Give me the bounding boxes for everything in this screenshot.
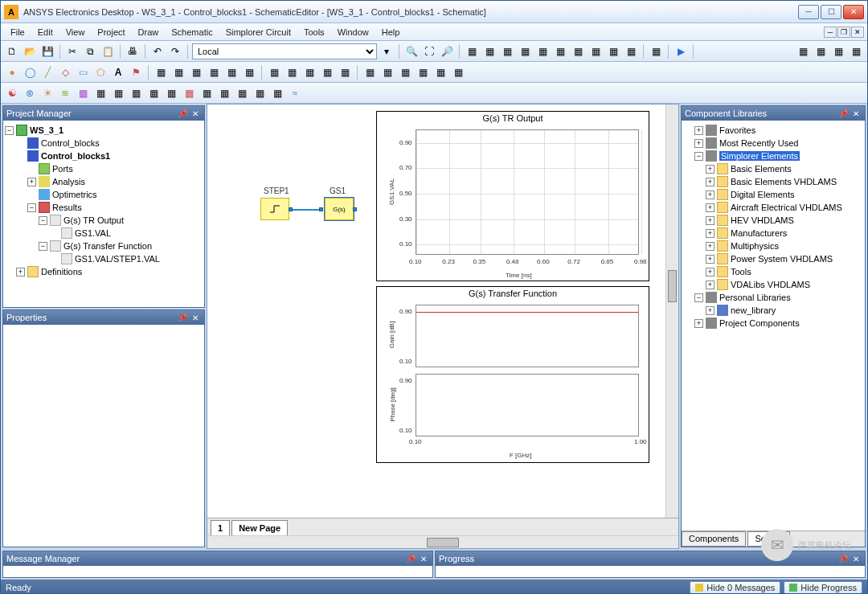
- tool-d-icon[interactable]: ▦: [517, 43, 533, 59]
- tool-a-icon[interactable]: ▦: [464, 43, 480, 59]
- lib-item[interactable]: +Basic Elements VHDLAMS: [683, 175, 863, 188]
- library-tree[interactable]: +Favorites+Most Recently Used−Simplorer …: [682, 121, 865, 531]
- tool-x3-icon[interactable]: ▦: [830, 43, 846, 59]
- port-out-gs1[interactable]: [353, 207, 357, 211]
- vertical-scrollbar[interactable]: [665, 104, 678, 518]
- tree-item[interactable]: −Results: [5, 201, 203, 214]
- lib-item[interactable]: +Project Components: [683, 317, 863, 330]
- lib-item[interactable]: +Favorites: [683, 124, 863, 137]
- scope-select[interactable]: Local: [192, 43, 377, 59]
- maximize-button[interactable]: ☐: [821, 5, 841, 19]
- t2-p-icon[interactable]: ▦: [432, 64, 448, 80]
- horizontal-scrollbar[interactable]: [207, 535, 678, 548]
- t3-j-icon[interactable]: ▦: [163, 85, 179, 101]
- redo-icon[interactable]: ↷: [167, 43, 183, 59]
- tool-g-icon[interactable]: ▦: [570, 43, 586, 59]
- text-icon[interactable]: A: [110, 64, 126, 80]
- lib-item[interactable]: +Aircraft Electrical VHDLAMS: [683, 201, 863, 214]
- t2-k-icon[interactable]: ▦: [337, 64, 353, 80]
- t2-c-icon[interactable]: ▦: [188, 64, 204, 80]
- tool-c-icon[interactable]: ▦: [499, 43, 515, 59]
- lib-item[interactable]: +Most Recently Used: [683, 137, 863, 150]
- tab-search[interactable]: Search: [747, 531, 790, 547]
- project-manager-header[interactable]: Project Manager 📌✕: [3, 106, 204, 121]
- progress-header[interactable]: Progress 📌✕: [436, 551, 865, 566]
- diamond-icon[interactable]: ◇: [57, 64, 73, 80]
- tree-item[interactable]: +Analysis: [5, 175, 203, 188]
- t2-l-icon[interactable]: ▦: [362, 64, 378, 80]
- print-icon[interactable]: 🖶: [125, 43, 141, 59]
- menu-window[interactable]: Window: [331, 26, 375, 39]
- flag-icon[interactable]: ⚑: [128, 64, 144, 80]
- paste-icon[interactable]: 📋: [100, 43, 116, 59]
- t3-b-icon[interactable]: ⊗: [22, 85, 38, 101]
- child-close-button[interactable]: ✕: [851, 27, 864, 38]
- t3-c-icon[interactable]: ☀: [39, 85, 55, 101]
- pin-icon[interactable]: 📌: [405, 553, 416, 564]
- chart-tr-output[interactable]: G(s) TR Output GS1.VAL Time [ns] 0.100.2…: [376, 111, 649, 281]
- pin-icon[interactable]: 📌: [177, 312, 188, 323]
- lib-item[interactable]: +Multiphysics: [683, 240, 863, 252]
- tree-item[interactable]: Optimetrics: [5, 188, 203, 201]
- tab-components[interactable]: Components: [682, 531, 746, 547]
- child-restore-button[interactable]: ❐: [837, 27, 850, 38]
- tool-h-icon[interactable]: ▦: [588, 43, 604, 59]
- menu-view[interactable]: View: [59, 26, 92, 39]
- save-icon[interactable]: 💾: [39, 43, 55, 59]
- t2-j-icon[interactable]: ▦: [319, 64, 335, 80]
- poly-icon[interactable]: ⬠: [92, 64, 108, 80]
- menu-draw[interactable]: Draw: [132, 26, 166, 39]
- minimize-button[interactable]: ─: [798, 5, 819, 19]
- menu-help[interactable]: Help: [375, 26, 407, 39]
- t3-k-icon[interactable]: ▦: [181, 85, 197, 101]
- component-libraries-header[interactable]: Component Libraries 📌✕: [682, 106, 865, 121]
- circle-icon[interactable]: ●: [4, 64, 20, 80]
- undo-icon[interactable]: ↶: [149, 43, 166, 59]
- chart-transfer-function[interactable]: G(s) Transfer Function Gain [dB] Phase […: [376, 286, 649, 463]
- menu-simplorer[interactable]: Simplorer Circuit: [219, 26, 297, 39]
- tool-i-icon[interactable]: ▦: [605, 43, 621, 59]
- ring-icon[interactable]: ◯: [22, 64, 38, 80]
- zoom-fit-icon[interactable]: ⛶: [421, 43, 437, 59]
- open-icon[interactable]: 📂: [22, 43, 38, 59]
- menu-file[interactable]: File: [4, 26, 31, 39]
- t2-f-icon[interactable]: ▦: [241, 64, 257, 80]
- menu-schematic[interactable]: Schematic: [165, 26, 219, 39]
- tree-root[interactable]: −WS_3_1: [5, 124, 203, 137]
- t3-e-icon[interactable]: ▦: [75, 85, 91, 101]
- t2-o-icon[interactable]: ▦: [415, 64, 431, 80]
- t2-e-icon[interactable]: ▦: [223, 64, 240, 80]
- message-manager-header[interactable]: Message Manager 📌✕: [3, 551, 432, 566]
- tool-e-icon[interactable]: ▦: [534, 43, 551, 59]
- t3-f-icon[interactable]: ▦: [92, 85, 108, 101]
- rect-icon[interactable]: ▭: [75, 64, 91, 80]
- t2-n-icon[interactable]: ▦: [397, 64, 413, 80]
- tree-item[interactable]: Control_blocks1: [5, 150, 203, 162]
- cut-icon[interactable]: ✂: [64, 43, 80, 59]
- tree-item[interactable]: GS1.VAL: [5, 227, 203, 240]
- zoom-region-icon[interactable]: 🔍: [403, 43, 420, 59]
- t2-a-icon[interactable]: ▦: [153, 64, 169, 80]
- menu-edit[interactable]: Edit: [31, 26, 59, 39]
- child-minimize-button[interactable]: ─: [824, 27, 837, 38]
- t3-d-icon[interactable]: ≋: [57, 85, 73, 101]
- menu-project[interactable]: Project: [91, 26, 131, 39]
- t3-q-icon[interactable]: ≈: [287, 85, 303, 101]
- t3-h-icon[interactable]: ▦: [128, 85, 144, 101]
- tree-item[interactable]: −G(s) Transfer Function: [5, 240, 203, 252]
- panel-close-icon[interactable]: ✕: [190, 108, 201, 119]
- line-icon[interactable]: ╱: [39, 64, 55, 80]
- hide-progress-button[interactable]: Hide Progress: [784, 581, 862, 594]
- zoom-icon[interactable]: 🔎: [439, 43, 455, 59]
- t2-i-icon[interactable]: ▦: [301, 64, 317, 80]
- tool-b-icon[interactable]: ▦: [481, 43, 497, 59]
- lib-item[interactable]: +Basic Elements: [683, 162, 863, 175]
- t3-g-icon[interactable]: ▦: [110, 85, 126, 101]
- t2-h-icon[interactable]: ▦: [284, 64, 300, 80]
- tree-item[interactable]: +Definitions: [5, 265, 203, 278]
- tree-item[interactable]: Ports: [5, 162, 203, 175]
- port-in-gs1[interactable]: [319, 207, 323, 211]
- panel-close-icon[interactable]: ✕: [190, 312, 201, 323]
- t3-m-icon[interactable]: ▦: [216, 85, 232, 101]
- t2-q-icon[interactable]: ▦: [450, 64, 466, 80]
